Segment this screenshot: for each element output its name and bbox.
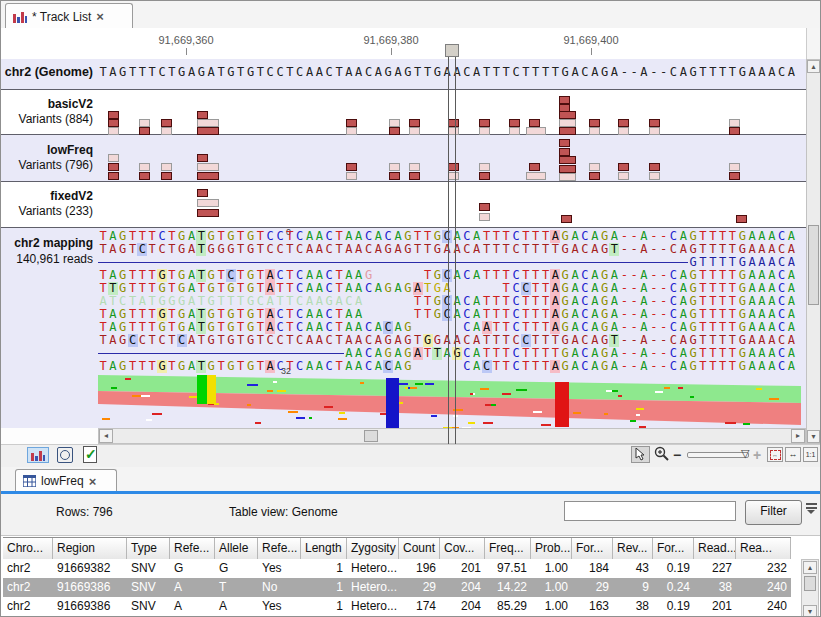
variant-box[interactable]: [559, 119, 576, 127]
variant-box[interactable]: [448, 119, 459, 127]
scroll-up-icon[interactable]: ▴: [807, 60, 820, 73]
column-header[interactable]: Allele: [215, 538, 258, 560]
vscroll-thumb[interactable]: [808, 225, 819, 305]
zoom-in-tool-icon[interactable]: [654, 446, 671, 463]
variant-box[interactable]: [559, 173, 576, 181]
variant-box[interactable]: [346, 172, 357, 180]
variant-box[interactable]: [108, 163, 119, 171]
variant-box[interactable]: [559, 127, 576, 135]
variant-box[interactable]: [529, 163, 540, 171]
variant-box[interactable]: [729, 172, 740, 180]
variant-box[interactable]: [589, 172, 600, 180]
selection-handle[interactable]: [445, 44, 459, 57]
variant-box[interactable]: [409, 163, 420, 171]
variant-box[interactable]: [139, 163, 150, 171]
variant-box[interactable]: [479, 163, 490, 171]
variant-box[interactable]: [197, 127, 219, 135]
variant-box[interactable]: [479, 213, 490, 221]
variant-box[interactable]: [161, 119, 172, 127]
tracks-hscrollbar[interactable]: ◂ ▸: [98, 428, 806, 444]
variant-box[interactable]: [197, 209, 219, 217]
variant-box[interactable]: [346, 163, 357, 171]
zoom-out-minus-icon[interactable]: −: [673, 447, 681, 463]
table-scroll-down-icon[interactable]: ▾: [803, 605, 817, 617]
table-filter-input[interactable]: [564, 501, 736, 521]
filter-options-icon[interactable]: [806, 503, 817, 514]
column-header[interactable]: Region: [53, 538, 127, 560]
variant-box[interactable]: [409, 172, 420, 180]
column-header[interactable]: For...: [653, 538, 694, 560]
variant-box[interactable]: [389, 172, 400, 180]
column-header[interactable]: For...: [572, 538, 613, 560]
variant-box[interactable]: [559, 148, 570, 156]
pointer-tool-button[interactable]: [631, 446, 650, 463]
variant-box[interactable]: [197, 199, 219, 207]
variant-box[interactable]: [479, 119, 490, 127]
scroll-right-icon[interactable]: ▸: [791, 429, 805, 443]
table-row[interactable]: chr291669386SNVATNo1Hetero...2920414.221…: [3, 578, 791, 598]
variant-box[interactable]: [161, 172, 172, 180]
variant-box[interactable]: [559, 139, 570, 147]
variant-box[interactable]: [618, 119, 629, 127]
variant-box[interactable]: [479, 203, 490, 211]
variant-box[interactable]: [526, 127, 546, 135]
column-header[interactable]: Chro...: [3, 538, 53, 560]
fit-width-button[interactable]: ↔: [785, 447, 801, 462]
column-header[interactable]: Read...: [694, 538, 736, 560]
tab-track-list-close-icon[interactable]: ×: [96, 9, 104, 24]
table-vscroll-thumb[interactable]: [804, 576, 816, 591]
column-header[interactable]: Rea...: [736, 538, 791, 560]
track-list-view-button[interactable]: [27, 447, 49, 463]
variant-box[interactable]: [197, 163, 219, 171]
filter-button[interactable]: Filter: [745, 500, 802, 525]
tab-lowfreq-close-icon[interactable]: ×: [89, 474, 97, 489]
variant-box[interactable]: [529, 119, 540, 127]
variant-box[interactable]: [108, 111, 119, 119]
variant-box[interactable]: [161, 163, 172, 171]
zoom-100-button[interactable]: 1:1: [803, 447, 818, 462]
variant-box[interactable]: [139, 172, 150, 180]
hscroll-thumb[interactable]: [364, 430, 378, 442]
variant-box[interactable]: [448, 172, 459, 180]
variant-box[interactable]: [161, 127, 172, 135]
table-row[interactable]: chr291669382SNVGGYes1Hetero...19620197.5…: [3, 559, 791, 579]
variant-box[interactable]: [389, 119, 400, 127]
variant-box[interactable]: [197, 189, 208, 197]
variant-box[interactable]: [509, 119, 520, 127]
column-header[interactable]: Zygosity: [347, 538, 399, 560]
variant-box[interactable]: [559, 156, 576, 164]
scroll-down-icon[interactable]: ▾: [807, 430, 820, 443]
variant-box[interactable]: [409, 119, 420, 127]
variant-box[interactable]: [559, 111, 576, 119]
variant-box[interactable]: [108, 172, 119, 180]
table-scroll-up-icon[interactable]: ▴: [803, 561, 817, 574]
variant-box[interactable]: [389, 127, 400, 135]
zoom-in-plus-icon[interactable]: +: [753, 447, 761, 463]
zoom-slider-thumb[interactable]: ▽: [741, 447, 749, 460]
column-header[interactable]: Cov...: [440, 538, 485, 560]
column-header[interactable]: Freq...: [485, 538, 531, 560]
variant-box[interactable]: [479, 127, 490, 135]
tab-track-list[interactable]: * Track List ×: [5, 3, 133, 29]
column-header[interactable]: Refe...: [258, 538, 301, 560]
history-icon[interactable]: [57, 447, 73, 463]
variant-box[interactable]: [346, 119, 357, 127]
variant-box[interactable]: [509, 127, 520, 135]
variant-box[interactable]: [197, 154, 208, 162]
variant-box[interactable]: [139, 127, 150, 135]
variant-box[interactable]: [448, 127, 459, 135]
variant-box[interactable]: [197, 172, 219, 180]
variant-box[interactable]: [479, 172, 490, 180]
variant-box[interactable]: [108, 119, 119, 127]
column-header[interactable]: Prob...: [531, 538, 572, 560]
zoom-to-selection-button[interactable]: ↔: [767, 447, 783, 462]
variant-box[interactable]: [618, 163, 629, 171]
variant-box[interactable]: [139, 119, 150, 127]
variant-box[interactable]: [729, 127, 740, 135]
column-header[interactable]: Refe...: [170, 538, 215, 560]
variant-box[interactable]: [409, 127, 420, 135]
variant-box[interactable]: [197, 119, 219, 127]
tracks-vscrollbar[interactable]: ▴ ▾: [806, 59, 821, 444]
variant-box[interactable]: [108, 127, 119, 135]
variant-box[interactable]: [589, 119, 600, 127]
